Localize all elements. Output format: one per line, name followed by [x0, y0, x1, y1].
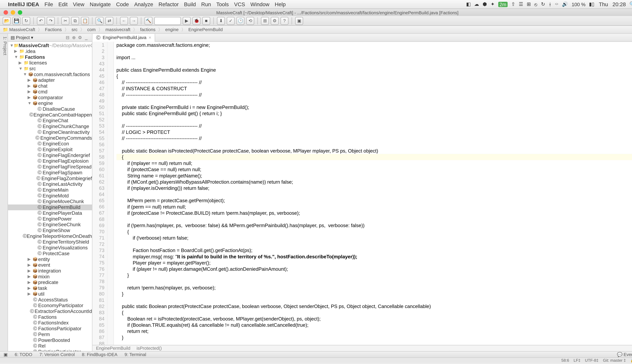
editor-tab[interactable]: Ⓒ EnginePermBuild.java × — [92, 34, 155, 42]
cut-button[interactable]: ✂ — [61, 17, 69, 25]
project-tree[interactable]: ▼📁MassiveCraft ~/Desktop/MassiveCraft▶📁.… — [8, 42, 92, 351]
gear-icon[interactable]: ⚙ — [77, 35, 83, 40]
menu-vcs[interactable]: VCS — [234, 1, 245, 7]
status-icon[interactable]: ⎋ — [534, 2, 538, 7]
close-icon[interactable] — [4, 10, 8, 15]
tree-row[interactable]: ▶📦adapter — [8, 77, 92, 83]
lock-icon[interactable]: 🔒 — [630, 358, 632, 362]
battery-percent[interactable]: 100 % — [572, 2, 586, 7]
tree-row[interactable]: ▼📁MassiveCraft ~/Desktop/MassiveCraft — [8, 43, 92, 48]
code-editor[interactable]: package com.massivecraft.factions.engine… — [114, 42, 632, 345]
tree-row[interactable]: ⒸEngineTerritoryShield — [8, 239, 92, 245]
tree-row[interactable]: ⒸEngineVisualizations — [8, 245, 92, 251]
status-icon[interactable]: ☰ — [519, 2, 523, 7]
bottom-tool-versioncontrol[interactable]: 7: Version Control — [36, 352, 78, 357]
scroll-from-source-icon[interactable]: ⊕ — [71, 35, 77, 40]
menu-view[interactable]: View — [73, 1, 84, 7]
undo-button[interactable]: ↶ — [37, 17, 45, 25]
status-icon[interactable]: ↻ — [541, 2, 545, 7]
status-icon[interactable]: ⊞ — [527, 2, 531, 7]
clock-time[interactable]: 20:28 — [612, 1, 626, 7]
menu-navigate[interactable]: Navigate — [90, 1, 111, 7]
tree-row[interactable]: ⒸEngineMotd — [8, 193, 92, 199]
tree-row[interactable]: ⒸEngineFlagFireSpread — [8, 164, 92, 170]
forward-button[interactable]: → — [130, 17, 138, 25]
settings-button[interactable]: ⚙ — [271, 17, 279, 25]
git-branch[interactable]: Git: master ‡ — [603, 358, 626, 362]
tree-row[interactable]: ⒸPowerBoosted — [8, 337, 92, 343]
breadcrumb-item[interactable]: 📁 MassiveCraft — [3, 27, 35, 32]
sync-button[interactable]: ↻ — [22, 17, 30, 25]
tree-row[interactable]: ▶📦event — [8, 262, 92, 268]
tree-row[interactable]: ⒸFactionsIndex — [8, 320, 92, 326]
tree-row[interactable]: ▼📦com.massivecraft.factions — [8, 72, 92, 77]
tree-row[interactable]: ⒸEconomyParticipator — [8, 303, 92, 308]
status-icon[interactable]: ◧ — [466, 2, 470, 7]
build-button[interactable]: 🔨 — [144, 17, 152, 25]
tree-row[interactable]: ⒸEngineChat — [8, 118, 92, 124]
tree-row[interactable]: ▼📁Factions — [8, 54, 92, 60]
tree-row[interactable]: ▶📦integration — [8, 268, 92, 274]
vcs-revert-button[interactable]: ⟲ — [246, 17, 254, 25]
replace-button[interactable]: ⇄ — [105, 17, 113, 25]
tree-row[interactable]: ▶📦entity — [8, 256, 92, 262]
run-button[interactable]: ▶ — [183, 17, 190, 25]
maximize-icon[interactable] — [18, 10, 22, 15]
file-encoding[interactable]: UTF-8‡ — [585, 358, 598, 362]
tree-row[interactable]: ⒸEngineDenyCommands — [8, 135, 92, 141]
collapse-all-icon[interactable]: ⊟ — [64, 35, 71, 40]
help-button[interactable]: ? — [280, 17, 288, 25]
tree-row[interactable]: ⒸEngineChunkChange — [8, 124, 92, 130]
menu-file[interactable]: File — [44, 1, 53, 7]
redo-button[interactable]: ↷ — [47, 17, 54, 25]
menu-edit[interactable]: Edit — [58, 1, 68, 7]
tree-row[interactable]: ▶📦util — [8, 291, 92, 297]
bottom-tool-todo[interactable]: 6: TODO — [11, 352, 36, 357]
tree-row[interactable]: ▶📦chat — [8, 83, 92, 89]
paste-button[interactable]: 📋 — [81, 17, 89, 25]
structure-button[interactable]: ⊞ — [261, 17, 269, 25]
tree-row[interactable]: ⒸEngineLastActivity — [8, 181, 92, 187]
tree-row[interactable]: ▶📁licenses — [8, 60, 92, 66]
open-button[interactable]: 📂 — [3, 17, 10, 25]
bluetooth-icon[interactable]: ᚼ — [548, 2, 552, 7]
tree-row[interactable]: ⒸRel — [8, 343, 92, 349]
bottom-tool-terminal[interactable]: 9: Terminal — [121, 352, 150, 357]
tree-row[interactable]: ⒸEngineFlagEndergrief — [8, 152, 92, 158]
breadcrumb-item[interactable]: com — [87, 27, 96, 32]
tree-row[interactable]: ⒸRelationParticipator — [8, 349, 92, 351]
tree-row[interactable]: ⒸEngineShow — [8, 228, 92, 233]
tree-row[interactable]: ⒸEngineExploit — [8, 146, 92, 152]
clock-day[interactable]: Thu — [599, 1, 608, 7]
status-icon[interactable]: ✦ — [490, 2, 494, 7]
menu-tools[interactable]: Tools — [216, 1, 229, 7]
copy-button[interactable]: ⧉ — [71, 17, 79, 25]
tree-row[interactable]: ⒸEngineMoveChunk — [8, 199, 92, 204]
run-config-select[interactable] — [154, 17, 181, 25]
status-icon[interactable]: ☁ — [474, 2, 479, 7]
tree-row[interactable]: ⒸDisallowCause — [8, 106, 92, 112]
tree-row[interactable]: ▼📁src — [8, 66, 92, 72]
tree-row[interactable]: ⒸPerm — [8, 332, 92, 337]
tree-row[interactable]: ▶📦mixin — [8, 274, 92, 280]
breadcrumb-item[interactable]: massivecraft — [106, 27, 130, 32]
menu-help[interactable]: Help — [275, 1, 286, 7]
tree-row[interactable]: ⒸEngineFlagZombiegrief — [8, 176, 92, 181]
line-separator[interactable]: LF‡ — [574, 358, 580, 362]
bottom-tool-findbugsidea[interactable]: 8: FindBugs-IDEA — [78, 352, 121, 357]
tree-row[interactable]: ▶📦task — [8, 286, 92, 291]
status-icon[interactable]: ⇧ — [511, 2, 515, 7]
wifi-icon[interactable]: ⌔ — [555, 2, 558, 7]
close-tab-icon[interactable]: × — [149, 35, 151, 40]
menu-analyze[interactable]: Analyze — [134, 1, 153, 7]
tree-row[interactable]: ⒸEngineTeleportHomeOnDeath — [8, 233, 92, 239]
breadcrumb-item[interactable]: src — [72, 27, 78, 32]
tree-row[interactable]: ⒸEnginePermBuild — [8, 204, 92, 210]
tree-row[interactable]: ▶📦cmd — [8, 89, 92, 95]
breadcrumb-item[interactable]: Factions — [45, 27, 62, 32]
tree-row[interactable]: ⒸEngineFlagSpawn — [8, 170, 92, 176]
vcs-commit-button[interactable]: ✓ — [227, 17, 234, 25]
search-icon[interactable]: 🔍 — [629, 2, 632, 7]
project-view-selector[interactable]: ▤ Project ▾ — [10, 35, 33, 40]
tree-row[interactable]: ⒸFactionsParticipator — [8, 326, 92, 332]
